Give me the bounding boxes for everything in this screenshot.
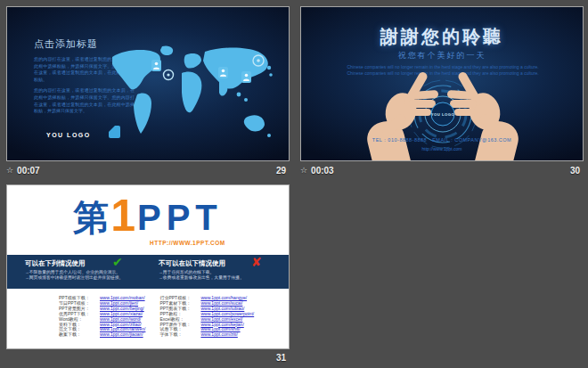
map-person-marker-central-asia	[218, 67, 228, 78]
links-column-right: 行业PPT模板：www.1ppt.com/hangye/ PPT素材下载：www…	[159, 296, 254, 338]
map-person-marker-na	[151, 60, 161, 71]
link-url: www.1ppt.com/jiaoan/	[100, 332, 143, 338]
resource-links-table: PPT模板下载：www.1ppt.com/moban/ 节日PPT模板：www.…	[59, 296, 254, 338]
map-person-marker-east-asia	[241, 71, 251, 83]
link-url: www.1ppt.com/ziti/	[200, 332, 237, 338]
forbidden-usage-column: 不可以在以下情况使用 →用于任何形式的在线下载。 →收费或者重新修改后出售，大量…	[159, 259, 244, 281]
logo-website-url: HTTP://WWW.1PPT.COM	[150, 240, 225, 246]
slide-31-meta-row: 31	[6, 351, 290, 364]
you-logo-label: YOU LOGO	[46, 132, 91, 138]
slide-29-number: 29	[276, 166, 286, 176]
links-column-left: PPT模板下载：www.1ppt.com/moban/ 节日PPT模板：www.…	[59, 296, 145, 338]
allowed-usage-heading: 可以在下列情况使用	[25, 259, 123, 268]
link-label: 教案下载：	[59, 332, 100, 338]
logo-ppt-text: PPT	[137, 200, 223, 235]
slide-30-meta-row: ☆ 00:03 30	[300, 164, 584, 176]
company-logo-icon	[109, 126, 120, 138]
logo-di-character: 第	[73, 200, 109, 235]
first-ppt-logo: 第 1 PPT	[7, 196, 289, 235]
slide-30-number: 30	[570, 166, 580, 176]
forbidden-usage-heading: 不可以在以下情况使用	[159, 259, 244, 268]
forbidden-usage-bullet-2: →收费或者重新修改后出售，大量用于传播。	[159, 275, 244, 281]
logo-number-one: 1	[110, 196, 135, 235]
world-map-graphic	[105, 43, 285, 155]
allowed-usage-column: 可以在下列情况使用 →不限数量的用于您个人/公司、企业的商业演示。 →网页或博客…	[25, 259, 123, 281]
slide-30-thumbnail[interactable]: 謝謝您的聆聽 祝您有个美好的一天 Chinese companies will …	[300, 6, 584, 161]
map-ring-marker-atlantic	[164, 70, 174, 80]
slide-31-thumbnail[interactable]: 第 1 PPT HTTP://WWW.1PPT.COM 可以在下列情况使用 →不…	[6, 184, 290, 349]
slide-30-contact-line: TEL：010-8888-8888 EMAIL：COMPANY@163.COM	[301, 137, 583, 143]
cross-mark-icon: ✘	[251, 256, 262, 268]
link-row: 字体下载：www.1ppt.com/ziti/	[159, 332, 254, 338]
check-mark-icon: ✔	[112, 256, 123, 268]
allowed-usage-bullet-2: →网页或博客中转载使用时请注明出处并保留链接。	[25, 275, 123, 281]
slide-29-meta-row: ☆ 00:07 29	[6, 164, 290, 176]
slide-29-thumbnail[interactable]: 点击添加标题 您的内容打在这里，或者通过复制您的文本后，在此框中选择粘贴，并选择…	[6, 6, 290, 161]
slide-sorter-canvas: 点击添加标题 您的内容打在这里，或者通过复制您的文本后，在此框中选择粘贴，并选择…	[0, 0, 588, 368]
hud-you-logo-label: YOU LOGO	[431, 112, 455, 117]
link-label: 字体下载：	[159, 332, 200, 338]
link-row: 教案下载：www.1ppt.com/jiaoan/	[59, 332, 145, 338]
slide-29-rehearsal-time: 00:07	[17, 166, 40, 176]
slide-31-number: 31	[276, 353, 286, 363]
transition-star-icon: ☆	[300, 166, 307, 175]
usage-terms-banner: 可以在下列情况使用 →不限数量的用于您个人/公司、企业的商业演示。 →网页或博客…	[7, 255, 289, 289]
slide-30-website-line: http://www.1ppt.com	[301, 146, 583, 151]
slide-29-title: 点击添加标题	[34, 37, 98, 51]
slide-30-rehearsal-time: 00:03	[311, 166, 334, 176]
transition-star-icon: ☆	[6, 166, 13, 175]
